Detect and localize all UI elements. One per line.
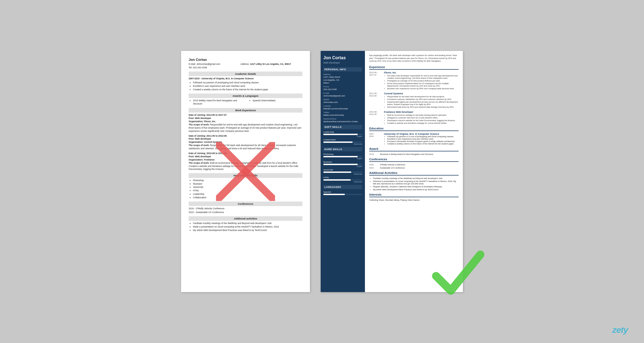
hard-skill-2-bar-fill <box>323 164 358 165</box>
award-year: 2015 <box>369 153 380 155</box>
interests-text: Collecting Vinyls, Mountain biking, Play… <box>369 199 459 201</box>
exp3-b4: Created a website and donations webapp f… <box>387 122 459 124</box>
edu1-b4: Created a weekly column on the future of… <box>387 143 459 145</box>
exp1-bullets: Full stack web developer responsible for… <box>387 74 459 90</box>
academic-bullet-2: Excelled in user experience and user int… <box>193 85 302 88</box>
award-item: 2015 Received a Webby Award for Best Nav… <box>369 153 459 155</box>
job3-org: Organization: Freelance <box>189 158 302 162</box>
exp-item-2: 2011-05 -2013-06 Corend Systems Responsi… <box>369 92 459 109</box>
twitter-value-sidebar: twitter.com/JonCortas <box>323 114 362 116</box>
conf2-text: Sustainable UX Conference <box>380 167 405 169</box>
stackoverflow-label-sidebar: StackOverflow <box>323 118 362 120</box>
edu1-content: University of Virginia, M.S. in Computer… <box>384 133 459 145</box>
hard-skill-4-name: HTML <box>323 176 362 179</box>
conf1-text: O'Reilly Velocity Conference <box>380 163 405 166</box>
exp2-b4: Decreased lead times by 30% and reduced … <box>387 106 459 108</box>
soft-skill-2-name: Collaboration <box>323 139 362 141</box>
plain-name: Jon Cortas <box>189 57 302 62</box>
twitter-label-sidebar: Twitter <box>323 111 362 114</box>
skill-6: Collaboration <box>193 196 302 199</box>
resume-styled: Jon Cortas Web Developer Personal Info A… <box>321 51 463 292</box>
award2-col: Spanish (intermediate) <box>248 99 302 106</box>
styled-name: Jon Cortas <box>323 55 362 60</box>
address-line2: Los Angeles, CA <box>323 79 362 81</box>
activities-list-styled: Facilitate monthly meetings of the Webfi… <box>373 177 459 191</box>
exp1-b4: Boosted user experience scores by 55% ov… <box>387 87 459 90</box>
hard-skill-2-level: Expert <box>323 165 362 167</box>
lang-1-bar-bg <box>323 194 362 195</box>
awards-header: Awards & Languages <box>189 94 302 98</box>
lang-1-bar-fill <box>323 194 345 195</box>
hard-skill-1-name: Photoshop <box>323 153 362 155</box>
job1-scope: The scope of work: Responsible for end-t… <box>189 123 302 133</box>
checkmark-icon <box>431 247 484 300</box>
award-text: Received a Webby Award for Best Navigati… <box>380 153 459 155</box>
exp-item-3: 2010-06 -2011-05 Freelance Web Developer… <box>369 111 459 125</box>
job1-date: Date of Joining: 2013-06 to 2017-07 <box>189 114 302 117</box>
conf2-year: 2015 <box>369 167 380 169</box>
conf-item-2: 2015 Sustainable UX Conference <box>369 167 459 169</box>
skill-2: Illustrator <box>193 182 302 186</box>
exp2-org: Corend Systems <box>384 92 459 95</box>
exp2-b1: Responsible for full stack web developme… <box>387 95 459 98</box>
edu-item-1: 2007 -2010 University of Virginia, M.S. … <box>369 133 459 145</box>
hard-skill-4-level: Advanced <box>323 181 362 183</box>
soft-skill-2-bar-fill <box>323 141 353 143</box>
address-line1: 1417 Libby Street <box>323 76 362 78</box>
activity-1: Facilitate monthly meetings of the Webfi… <box>193 222 302 225</box>
edu1-title: University of Virginia, M.S. in Computer… <box>384 133 459 135</box>
email-value-sidebar: JonCortas@gmail.com <box>323 95 362 97</box>
personal-info-header: Personal Info <box>323 67 362 72</box>
soft-skill-2-level: Advanced <box>323 143 362 145</box>
work-header: Work Experience <box>189 108 302 113</box>
summary-text: Eye-poppingly prolific, full stack web d… <box>369 54 459 63</box>
languages-header: Languages <box>323 185 362 189</box>
conf-1: 2016 - O'Reilly Velocity Conference <box>189 207 302 210</box>
exp1-b3: Drove best practice implementation for 2… <box>387 82 459 87</box>
job2-org: Organization: Corend Systems <box>189 141 302 144</box>
exp3-bullets: Built an ecommerce webapp to sell potty … <box>387 114 459 124</box>
exp3-org: Freelance Web Developer <box>384 111 459 113</box>
job3-post: Post: Web developer <box>189 155 302 158</box>
activities-list: Facilitate monthly meetings of the Webfi… <box>193 222 302 232</box>
phone-value-sidebar: 310-242-0196 <box>323 88 362 91</box>
job3-scope: The scope of work: Built an ecommerce we… <box>189 162 302 171</box>
linkedin-value-sidebar: linkedin.com/in/JonCortas <box>323 107 362 110</box>
exp3-b3: Developed a launch website for the Indie… <box>387 119 459 122</box>
edu1-b3: Pursued a Generalist Scholars Program gr… <box>387 140 459 143</box>
hard-skill-3-level: Advanced <box>323 173 362 175</box>
hard-skill-4-bar-fill <box>323 179 351 181</box>
hard-skill-3-name: Javascript <box>323 169 362 171</box>
hard-skill-3-bar-bg <box>323 172 362 173</box>
styled-activity-1: Facilitate monthly meetings of the Webfi… <box>373 177 459 180</box>
award2-text: Spanish (intermediate) <box>253 99 302 102</box>
styled-activity-2: Delivered a presentation on cloud comput… <box>373 180 459 185</box>
plain-email-line: E-Mail: Johncortas@gmail.com Address: 14… <box>189 63 302 66</box>
address-value: 1417 Libby St Los Angeles, CA, 90017 <box>250 63 291 65</box>
exp2-content: Corend Systems Responsible for full stac… <box>384 92 459 109</box>
job1-post: Post: Web developer <box>189 117 302 120</box>
edu1-b2: Excelled in user experience and user int… <box>387 138 459 140</box>
exp1-date: 2013-06 -2017-07 <box>369 71 384 90</box>
job2-scope: The scope of work: Responsible for full … <box>189 144 302 150</box>
styled-activity-3: Regular attendee, Southern California We… <box>373 185 459 188</box>
exp1-b1: Full stack web developer responsible for… <box>387 74 459 79</box>
academic-bullets: Followed my passion of prototyping and c… <box>193 81 302 91</box>
page-container: Jon Cortas E-Mail: Johncortas@gmail.com … <box>0 0 644 343</box>
email-label-sidebar: E-mail <box>323 92 362 94</box>
activities-header: Additonal activities <box>189 216 302 221</box>
sidebar: Jon Cortas Web Developer Personal Info A… <box>321 51 365 292</box>
conf1-year: 2016 <box>369 163 380 166</box>
tel-label: Tel: <box>189 66 192 69</box>
activities-heading: Additional Activities <box>369 171 459 176</box>
awards-row: 2015 Webby Award for Best Navigation and… <box>189 99 302 106</box>
hard-skill-1-bar-fill <box>323 156 358 157</box>
hard-skill-1-level: Expert <box>323 158 362 159</box>
activity-3: My article Web Development Best Practice… <box>193 229 302 232</box>
edu1-date: 2007 -2010 <box>369 133 384 145</box>
linkedin-label-sidebar: LinkedIn <box>323 105 362 107</box>
exp3-content: Freelance Web Developer Built an ecommer… <box>384 111 459 125</box>
skill-3: Javascript <box>193 186 302 189</box>
lang-1-name: Spanish <box>323 191 362 193</box>
conf-2: 2015 - Sustainable UX Conference <box>189 211 302 214</box>
